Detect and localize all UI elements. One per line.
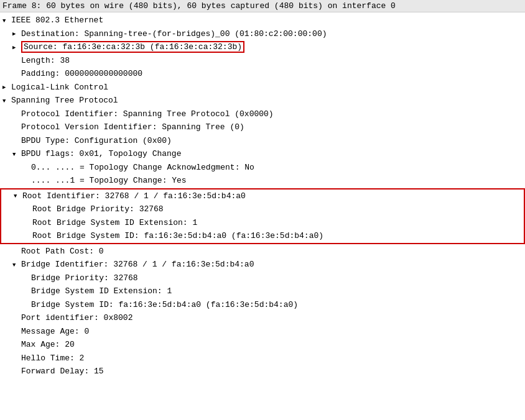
tree-row-bridge-id[interactable]: Bridge Identifier: 32768 / 1 / fa:16:3e:…	[0, 258, 525, 272]
tree-text-bridge-sysid: Bridge System ID: fa:16:3e:5d:b4:a0 (fa:…	[31, 299, 523, 311]
tree-text-proto-ver: Protocol Version Identifier: Spanning Tr…	[21, 121, 523, 134]
tree-row-proto-id[interactable]: Protocol Identifier: Spanning Tree Proto…	[0, 107, 525, 121]
tree-row-proto-ver[interactable]: Protocol Version Identifier: Spanning Tr…	[0, 121, 525, 134]
tree-row-bridge-sysid-ext[interactable]: Bridge System ID Extension: 1	[0, 285, 525, 298]
tree-row-topo-ack[interactable]: 0... .... = Topology Change Acknowledgme…	[0, 161, 525, 175]
top-bar-text: Frame 8: 60 bytes on wire (480 bits), 60…	[2, 1, 396, 11]
tree-text-root-path-cost: Root Path Cost: 0	[21, 245, 523, 258]
expander-ieee8023[interactable]	[2, 16, 11, 26]
root-identifier-box: Root Identifier: 32768 / 1 / fa:16:3e:5d…	[0, 188, 525, 244]
tree-row-root-path-cost[interactable]: Root Path Cost: 0	[0, 245, 525, 258]
tree-row-source[interactable]: Source: fa:16:3e:ca:32:3b (fa:16:3e:ca:3…	[0, 40, 525, 54]
tree-text-root-id: Root Identifier: 32768 / 1 / fa:16:3e:5d…	[22, 190, 521, 203]
tree-row-llc[interactable]: Logical-Link Control	[0, 81, 525, 94]
packet-tree: IEEE 802.3 Ethernet Destination: Spannin…	[0, 12, 525, 380]
tree-row-root-id[interactable]: Root Identifier: 32768 / 1 / fa:16:3e:5d…	[1, 189, 524, 203]
tree-text-msg-age: Message Age: 0	[21, 326, 523, 338]
tree-text-bpdu-flags: BPDU flags: 0x01, Topology Change	[21, 148, 523, 160]
tree-row-msg-age[interactable]: Message Age: 0	[0, 325, 525, 339]
tree-row-bpdu-type[interactable]: BPDU Type: Configuration (0x00)	[0, 134, 525, 148]
tree-row-bridge-priority[interactable]: Bridge Priority: 32768	[0, 272, 525, 285]
expander-bpdu-flags[interactable]	[12, 149, 21, 160]
tree-text-topo-change: .... ...1 = Topology Change: Yes	[31, 175, 523, 187]
tree-row-topo-change[interactable]: .... ...1 = Topology Change: Yes	[0, 174, 525, 188]
tree-text-destination: Destination: Spanning-tree-(for-bridges)…	[21, 28, 523, 40]
tree-row-fwd-delay[interactable]: Forward Delay: 15	[0, 365, 525, 378]
tree-text-ieee8023: IEEE 802.3 Ethernet	[11, 14, 523, 27]
expander-bridge-id[interactable]	[12, 260, 21, 270]
tree-text-bridge-id: Bridge Identifier: 32768 / 1 / fa:16:3e:…	[21, 258, 523, 271]
tree-text-bridge-priority: Bridge Priority: 32768	[31, 272, 523, 285]
tree-row-ieee8023[interactable]: IEEE 802.3 Ethernet	[0, 14, 525, 27]
tree-row-root-sysid-ext[interactable]: Root Bridge System ID Extension: 1	[1, 216, 524, 230]
tree-text-root-sysid: Root Bridge System ID: fa:16:3e:5d:b4:a0…	[32, 230, 521, 242]
tree-text-stp: Spanning Tree Protocol	[11, 94, 523, 107]
tree-text-port-id: Port identifier: 0x8002	[21, 312, 523, 324]
top-bar: Frame 8: 60 bytes on wire (480 bits), 60…	[0, 0, 525, 12]
tree-row-port-id[interactable]: Port identifier: 0x8002	[0, 311, 525, 325]
tree-row-root-priority[interactable]: Root Bridge Priority: 32768	[1, 203, 524, 216]
expander-destination[interactable]	[12, 29, 21, 39]
expander-root-id[interactable]	[14, 191, 22, 201]
tree-text-length: Length: 38	[21, 55, 523, 67]
tree-row-stp[interactable]: Spanning Tree Protocol	[0, 94, 525, 107]
tree-row-destination[interactable]: Destination: Spanning-tree-(for-bridges)…	[0, 27, 525, 41]
tree-text-bridge-sysid-ext: Bridge System ID Extension: 1	[31, 285, 523, 298]
tree-text-root-priority: Root Bridge Priority: 32768	[32, 203, 521, 216]
tree-text-padding: Padding: 0000000000000000	[21, 68, 523, 80]
tree-text-hello-time: Hello Time: 2	[21, 352, 523, 365]
tree-row-root-sysid[interactable]: Root Bridge System ID: fa:16:3e:5d:b4:a0…	[1, 229, 524, 243]
tree-row-padding[interactable]: Padding: 0000000000000000	[0, 67, 525, 81]
tree-text-proto-id: Protocol Identifier: Spanning Tree Proto…	[21, 108, 523, 121]
tree-text-llc: Logical-Link Control	[11, 81, 523, 94]
tree-text-topo-ack: 0... .... = Topology Change Acknowledgme…	[31, 162, 523, 174]
tree-text-bpdu-type: BPDU Type: Configuration (0x00)	[21, 135, 523, 147]
tree-row-hello-time[interactable]: Hello Time: 2	[0, 352, 525, 365]
expander-stp[interactable]	[2, 96, 11, 106]
tree-row-bridge-sysid[interactable]: Bridge System ID: fa:16:3e:5d:b4:a0 (fa:…	[0, 298, 525, 312]
tree-text-root-sysid-ext: Root Bridge System ID Extension: 1	[32, 217, 521, 229]
expander-source[interactable]	[12, 42, 21, 53]
tree-text-source: Source: fa:16:3e:ca:32:3b (fa:16:3e:ca:3…	[21, 41, 523, 53]
source-red-box: Source: fa:16:3e:ca:32:3b (fa:16:3e:ca:3…	[21, 41, 244, 53]
expander-llc[interactable]	[2, 82, 11, 93]
tree-row-length[interactable]: Length: 38	[0, 54, 525, 68]
tree-text-fwd-delay: Forward Delay: 15	[21, 365, 523, 378]
tree-text-max-age: Max Age: 20	[21, 339, 523, 351]
tree-row-max-age[interactable]: Max Age: 20	[0, 338, 525, 352]
tree-row-bpdu-flags[interactable]: BPDU flags: 0x01, Topology Change	[0, 147, 525, 161]
packet-detail-panel: Frame 8: 60 bytes on wire (480 bits), 60…	[0, 0, 525, 380]
